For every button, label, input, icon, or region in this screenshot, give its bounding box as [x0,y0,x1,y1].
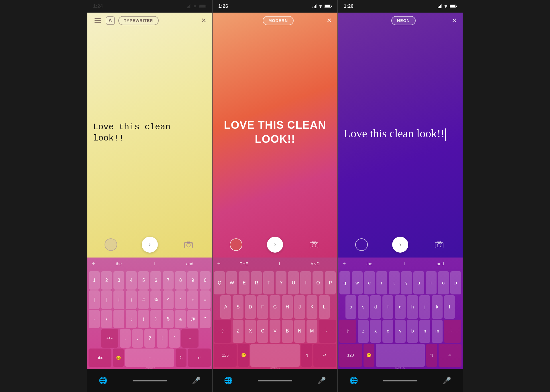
key-quote[interactable]: " [200,310,211,328]
key-backspace-2[interactable]: ← [319,320,336,343]
key-7[interactable]: 7 [163,271,174,290]
key-semi[interactable]: ; [126,310,137,328]
key-percent[interactable]: % [150,290,161,309]
font-name-pill-1[interactable]: TYPEWRITER [118,16,159,25]
key-num-3[interactable]: ?¡ [426,344,437,367]
key-excl[interactable]: ! [157,329,168,347]
key-l-3[interactable]: l [444,295,455,318]
camera-button-1[interactable] [182,238,195,251]
key-p-3[interactable]: p [450,271,461,294]
key-shift-2[interactable]: ⇧ [214,320,231,343]
key-equals[interactable]: = [200,290,211,309]
key-f-3[interactable]: f [382,295,393,318]
close-button-1[interactable]: ✕ [201,17,206,24]
key-5[interactable]: 5 [138,271,149,290]
key-p[interactable]: P [325,271,336,294]
globe-icon-2[interactable]: 🌐 [224,377,233,385]
suggestion-and-2[interactable]: AND [297,261,333,266]
key-j-3[interactable]: j [419,295,430,318]
key-j[interactable]: J [294,295,305,318]
key-y-3[interactable]: y [401,271,412,294]
key-space-1[interactable]: ⋯ [125,349,174,367]
key-comma[interactable]: , [132,329,143,347]
key-z-3[interactable]: z [358,320,369,343]
suggestion-the-3[interactable]: the [351,261,387,266]
suggestion-and-3[interactable]: and [423,261,458,266]
mic-icon-2[interactable]: 🎤 [317,377,326,385]
key-123-2[interactable]: 123 [214,344,237,367]
key-w-3[interactable]: w [352,271,363,294]
key-emoji-2[interactable]: 😊 [238,344,249,367]
key-abc[interactable]: abc [89,349,111,367]
camera-button-2[interactable] [308,238,320,251]
key-period[interactable]: . [120,329,131,347]
key-s[interactable]: S [233,295,243,318]
key-a-3[interactable]: a [345,295,356,318]
key-r[interactable]: R [251,271,262,294]
key-apos[interactable]: ' [169,329,180,347]
color-picker-2[interactable] [230,238,242,251]
key-space-2[interactable]: ⋯ [250,344,299,367]
key-c-3[interactable]: c [382,320,393,343]
key-d-3[interactable]: d [370,295,381,318]
key-x[interactable]: X [245,320,256,343]
key-a[interactable]: A [220,295,231,318]
key-lparen[interactable]: ( [138,310,149,328]
key-num-1[interactable]: ?¡ [176,349,186,367]
key-t-3[interactable]: t [389,271,400,294]
color-picker-3[interactable] [355,238,368,251]
key-backspace-3[interactable]: ← [444,320,461,343]
close-button-2[interactable]: ✕ [327,17,332,24]
key-at[interactable]: @ [187,310,198,328]
key-9[interactable]: 9 [187,271,198,290]
key-return-2[interactable]: ↵ [313,344,336,367]
next-button-2[interactable]: › [267,237,283,253]
key-e-3[interactable]: e [364,271,375,294]
key-minus[interactable]: - [89,310,100,328]
key-q[interactable]: Q [214,271,225,294]
key-z[interactable]: Z [233,320,243,343]
key-8[interactable]: 8 [175,271,186,290]
camera-button-3[interactable] [433,238,445,251]
key-return-3[interactable]: ↵ [439,344,461,367]
key-r-3[interactable]: r [376,271,387,294]
key-emoji-1[interactable]: 😊 [113,349,124,367]
key-2[interactable]: 2 [101,271,112,290]
key-f[interactable]: F [257,295,268,318]
suggestion-and-1[interactable]: and [172,261,207,266]
key-hashplus[interactable]: #+= [101,329,118,347]
color-picker-1[interactable] [105,238,117,251]
key-c[interactable]: C [257,320,268,343]
key-n-3[interactable]: n [419,320,430,343]
key-backspace-1[interactable]: ← [181,329,199,347]
key-g[interactable]: G [270,295,280,318]
key-dollar[interactable]: $ [163,310,174,328]
font-style-button[interactable]: A [106,16,115,25]
key-rcurl[interactable]: } [126,290,137,309]
key-shift-3[interactable]: ⇧ [339,320,356,343]
key-k-3[interactable]: k [432,295,443,318]
key-u[interactable]: U [288,271,299,294]
key-l[interactable]: L [319,295,330,318]
next-button-3[interactable]: › [392,237,408,253]
key-q-3[interactable]: q [339,271,350,294]
key-num-2[interactable]: ?¡ [301,344,312,367]
key-s-3[interactable]: s [358,295,369,318]
key-3[interactable]: 3 [113,271,124,290]
key-g-3[interactable]: g [395,295,406,318]
key-i[interactable]: I [300,271,311,294]
key-b-3[interactable]: b [407,320,418,343]
globe-icon-1[interactable]: 🌐 [99,377,107,385]
key-rbracket[interactable]: ] [101,290,112,309]
key-d[interactable]: D [245,295,256,318]
font-name-pill-3[interactable]: NEON [391,16,415,25]
hamburger-icon[interactable] [93,16,102,25]
key-o[interactable]: O [313,271,323,294]
suggestion-the-1[interactable]: the [101,261,137,266]
key-k[interactable]: K [307,295,317,318]
key-m[interactable]: M [307,320,317,343]
key-return-1[interactable]: ↵ [188,349,211,367]
key-1[interactable]: 1 [89,271,100,290]
key-u-3[interactable]: u [413,271,424,294]
key-lcurl[interactable]: { [113,290,124,309]
